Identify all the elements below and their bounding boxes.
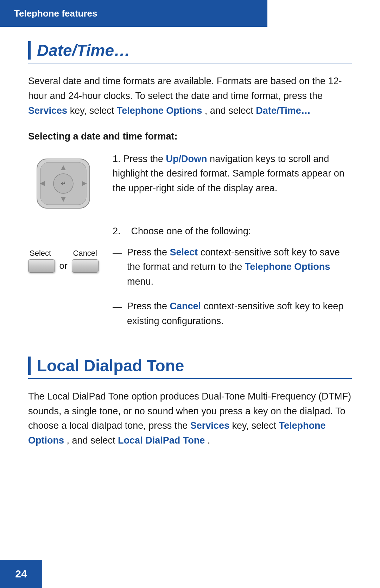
step1-link-updown: Up/Down bbox=[166, 154, 207, 164]
bullet-points: — Press the Select context-sensitive sof… bbox=[113, 245, 352, 339]
nav-key-image: ↵ bbox=[28, 152, 99, 212]
step1-text-pre: Press the bbox=[123, 154, 166, 164]
section1-title: Date/Time… bbox=[37, 41, 130, 60]
softkeys-buttons: or bbox=[28, 259, 99, 273]
bullet1-text-pre: Press the bbox=[127, 247, 170, 258]
bullet1-dash: — bbox=[113, 246, 122, 261]
page-content: Date/Time… Several date and time formats… bbox=[0, 27, 380, 475]
section1-title-row: Date/Time… bbox=[28, 41, 352, 63]
or-text: or bbox=[59, 260, 67, 271]
subheading: Selecting a date and time format: bbox=[28, 131, 352, 142]
step2-prefix: 2. bbox=[113, 226, 121, 236]
step2-text: Choose one of the following: bbox=[131, 226, 251, 236]
step1-text: 1. Press the Up/Down navigation keys to … bbox=[113, 152, 352, 196]
intro-link-services: Services bbox=[28, 105, 67, 116]
section2-link-local-dialpad: Local DialPad Tone bbox=[118, 435, 205, 446]
page-footer: 24 bbox=[0, 560, 42, 588]
intro-link-datetime: Date/Time… bbox=[256, 105, 311, 116]
nav-key-svg: ↵ bbox=[33, 155, 93, 212]
header-bar: Telephone features bbox=[0, 0, 267, 27]
intro-end: , and select bbox=[205, 105, 256, 116]
bullet2-dash: — bbox=[113, 300, 122, 315]
bullet1-link-select: Select bbox=[170, 247, 198, 258]
section2-title-row: Local Dialpad Tone bbox=[28, 356, 352, 379]
step1-block: ↵ 1. Press the Up/Down navigation keys t… bbox=[28, 152, 352, 212]
svg-text:↵: ↵ bbox=[61, 180, 66, 187]
step2-line: 2. Choose one of the following: bbox=[113, 226, 352, 237]
bullet2-link-cancel: Cancel bbox=[170, 301, 201, 311]
bullet1-content: Press the Select context-sensitive soft … bbox=[127, 245, 352, 290]
section1-bar bbox=[28, 41, 31, 60]
intro-mid: key, select bbox=[70, 105, 117, 116]
section2-intro-end: , and select bbox=[67, 435, 118, 446]
section2-bar bbox=[28, 357, 31, 375]
section2-intro-mid: key, select bbox=[232, 420, 279, 431]
intro-link-telephone-options: Telephone Options bbox=[117, 105, 202, 116]
intro-text-start: Several date and time formats are availa… bbox=[28, 76, 342, 101]
section2-intro: The Local DialPad Tone option produces D… bbox=[28, 389, 352, 448]
header-label: Telephone features bbox=[14, 8, 97, 19]
bullet-item-2: — Press the Cancel context-sensitive sof… bbox=[113, 299, 352, 329]
section2-period: . bbox=[208, 435, 210, 446]
bullet-item-1: — Press the Select context-sensitive sof… bbox=[113, 245, 352, 290]
section1-intro: Several date and time formats are availa… bbox=[28, 74, 352, 118]
cancel-label: Cancel bbox=[73, 249, 97, 258]
section2-link-services: Services bbox=[190, 420, 229, 431]
step2-block: 2. Choose one of the following: Select C… bbox=[28, 226, 352, 339]
bullet2-content: Press the Cancel context-sensitive soft … bbox=[127, 299, 352, 329]
section2-title: Local Dialpad Tone bbox=[37, 356, 184, 375]
choose-row: Select Cancel or — Press the Select con bbox=[28, 245, 352, 339]
bullet1-end: menu. bbox=[127, 276, 153, 287]
select-btn[interactable] bbox=[28, 259, 55, 273]
select-label: Select bbox=[30, 249, 51, 258]
step1-prefix: 1. bbox=[113, 154, 121, 164]
softkeys-labels: Select Cancel bbox=[28, 249, 99, 258]
page-number: 24 bbox=[15, 568, 27, 580]
cancel-btn[interactable] bbox=[72, 259, 99, 273]
softkeys-image: Select Cancel or bbox=[28, 245, 99, 273]
bullet2-text-pre: Press the bbox=[127, 301, 170, 311]
bullet1-link-tel-opts: Telephone Options bbox=[245, 261, 330, 272]
